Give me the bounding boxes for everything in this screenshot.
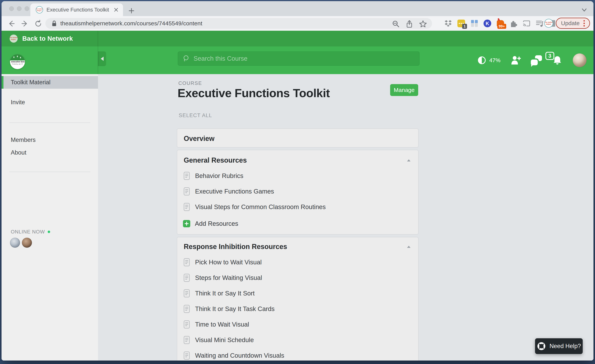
back-to-network-link[interactable]: Back to Network bbox=[22, 35, 73, 42]
manage-button[interactable]: Manage bbox=[390, 84, 418, 96]
resource-item[interactable]: Executive Functions Games bbox=[184, 186, 274, 197]
orange-extension-icon[interactable]: 99+ bbox=[496, 19, 505, 28]
resource-item[interactable]: Think It or Say It Task Cards bbox=[184, 303, 275, 315]
url-text: theautismhelpernetwork.com/courses/74455… bbox=[60, 20, 202, 27]
online-now-text: ONLINE NOW bbox=[11, 229, 45, 235]
document-icon bbox=[184, 187, 190, 195]
resource-label: Steps for Waiting Visual bbox=[195, 274, 262, 282]
resource-label: Pick How to Wait Visual bbox=[195, 259, 262, 266]
resource-label: Behavior Rubrics bbox=[195, 172, 243, 179]
sidebar-item-about[interactable]: About bbox=[1, 147, 98, 158]
section-title: General Resources bbox=[184, 156, 247, 164]
course-logo-script: executive functions bbox=[11, 61, 24, 63]
browser-menu-icon[interactable] bbox=[583, 20, 585, 27]
window-minimize-button[interactable] bbox=[17, 6, 21, 11]
kami-glyph: K bbox=[483, 20, 491, 27]
resource-label: Time to Wait Visual bbox=[195, 321, 249, 328]
document-icon bbox=[184, 351, 190, 360]
course-progress[interactable]: 47% bbox=[477, 56, 500, 65]
add-resources-label: Add Resources bbox=[195, 220, 238, 227]
invite-member-icon[interactable] bbox=[510, 55, 521, 65]
add-resources-button[interactable]: Add Resources bbox=[183, 218, 238, 229]
bookmark-star-icon[interactable] bbox=[418, 20, 427, 28]
window-zoom-button[interactable] bbox=[25, 6, 29, 11]
profile-avatar-text: The Autism bbox=[544, 21, 553, 23]
select-all-button[interactable]: SELECT ALL bbox=[179, 112, 212, 118]
chrome-update-button[interactable]: Update bbox=[556, 18, 590, 29]
online-member-avatar[interactable] bbox=[10, 238, 20, 248]
online-now-label: ONLINE NOW bbox=[11, 229, 50, 235]
password-extension-icon[interactable]: 1 bbox=[457, 19, 466, 28]
notifications-icon[interactable]: 3 bbox=[552, 55, 563, 66]
page-title: Executive Functions Toolkit bbox=[177, 86, 330, 100]
resource-label: Executive Functions Games bbox=[195, 188, 274, 195]
resource-item[interactable]: Behavior Rubrics bbox=[184, 170, 243, 182]
browser-tab[interactable]: The Autism Helper. Executive Functions T… bbox=[30, 3, 123, 16]
tab-search-chevron-icon[interactable] bbox=[581, 7, 588, 13]
sidebar-item-label: Members bbox=[11, 137, 35, 144]
course-logo[interactable]: executive functions TOOLKIT bbox=[10, 54, 25, 69]
forward-icon[interactable] bbox=[20, 19, 29, 28]
document-icon bbox=[184, 336, 190, 344]
playlist-extension-icon[interactable] bbox=[535, 19, 544, 28]
user-avatar[interactable] bbox=[573, 53, 587, 67]
tab-title: Executive Functions Toolkit bbox=[47, 7, 112, 13]
need-help-label: Need Help? bbox=[549, 343, 581, 350]
favicon-text2: Helper. bbox=[37, 10, 42, 11]
extensions-puzzle-icon[interactable] bbox=[509, 19, 518, 28]
resource-item[interactable]: Visual Mini Schedule bbox=[184, 334, 254, 346]
sidebar-item-invite[interactable]: Invite bbox=[1, 97, 98, 108]
new-tab-button[interactable] bbox=[128, 7, 135, 14]
reload-icon[interactable] bbox=[34, 19, 43, 28]
extension-badge: 1 bbox=[462, 24, 467, 29]
sidebar-item-label: About bbox=[11, 149, 26, 156]
document-icon bbox=[184, 258, 190, 266]
online-avatars bbox=[10, 238, 32, 248]
resource-item[interactable]: Pick How to Wait Visual bbox=[184, 256, 262, 268]
share-icon[interactable] bbox=[405, 20, 414, 28]
browser-profile-avatar[interactable]: The Autism Helper. bbox=[544, 19, 553, 28]
kami-extension-icon[interactable]: K bbox=[483, 19, 492, 28]
resource-label: Think It or Say It Task Cards bbox=[195, 305, 275, 313]
sidebar-item-label: Invite bbox=[11, 99, 25, 106]
section-overview[interactable]: Overview bbox=[177, 128, 418, 148]
document-icon bbox=[184, 320, 190, 329]
extension-badge-99: 99+ bbox=[497, 24, 506, 29]
online-dot bbox=[48, 231, 50, 233]
resource-item[interactable]: Think It or Say It Sort bbox=[184, 288, 255, 299]
address-bar[interactable]: theautismhelpernetwork.com/courses/74455… bbox=[45, 18, 432, 29]
split-tabs-extension-icon[interactable] bbox=[470, 19, 479, 28]
collapse-section-icon[interactable] bbox=[407, 246, 411, 248]
resource-label: Visual Mini Schedule bbox=[195, 336, 254, 344]
cast-icon[interactable] bbox=[522, 19, 531, 28]
sidebar-item-members[interactable]: Members bbox=[1, 134, 98, 145]
window-close-button[interactable] bbox=[9, 6, 14, 11]
resource-item[interactable]: Visual Steps for Common Classroom Routin… bbox=[184, 201, 326, 213]
collapse-arrow-icon bbox=[101, 57, 104, 61]
tab-close-icon[interactable] bbox=[112, 6, 120, 14]
online-member-avatar[interactable] bbox=[22, 238, 32, 248]
section-title: Response Inhibition Resources bbox=[184, 243, 287, 251]
sidebar-collapse-button[interactable] bbox=[98, 51, 106, 66]
sidebar-item-toolkit-material[interactable]: Toolkit Material bbox=[1, 76, 98, 89]
resource-item[interactable]: Time to Wait Visual bbox=[184, 319, 249, 330]
document-icon bbox=[184, 274, 190, 282]
network-bar: The Autism Helper. Back to Network bbox=[1, 31, 594, 47]
update-label: Update bbox=[561, 20, 580, 27]
resource-item[interactable]: Waiting and Countdown Visuals bbox=[184, 350, 284, 361]
course-search[interactable] bbox=[178, 51, 419, 66]
resource-item[interactable]: Steps for Waiting Visual bbox=[184, 272, 262, 284]
dropbox-extension-icon[interactable] bbox=[444, 19, 452, 28]
favicon-text: The Autism bbox=[36, 8, 43, 10]
messages-icon[interactable] bbox=[531, 55, 542, 65]
need-help-button[interactable]: Need Help? bbox=[535, 338, 583, 354]
back-icon[interactable] bbox=[7, 19, 16, 28]
course-kicker: COURSE bbox=[178, 80, 202, 86]
progress-circle-icon bbox=[477, 56, 486, 65]
zoom-out-icon[interactable] bbox=[392, 20, 400, 28]
header-icons: 47% 3 bbox=[477, 47, 587, 74]
collapse-section-icon[interactable] bbox=[407, 159, 411, 161]
course-header-bar: executive functions TOOLKIT 47% 3 bbox=[1, 47, 594, 74]
network-logo[interactable]: The Autism Helper. bbox=[10, 34, 18, 43]
search-input[interactable] bbox=[193, 55, 405, 62]
